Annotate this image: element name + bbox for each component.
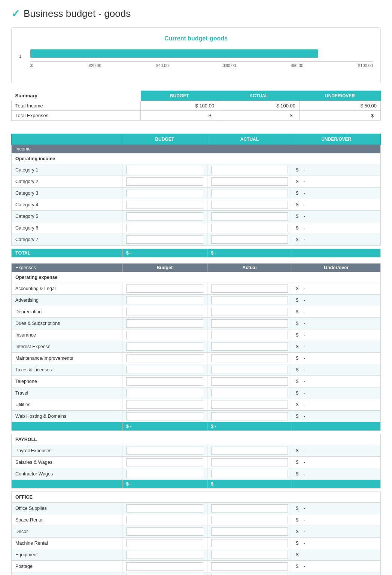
expense-budget-input[interactable] bbox=[126, 319, 203, 328]
expense-actual-input[interactable] bbox=[211, 412, 288, 420]
expense-budget-input[interactable] bbox=[126, 458, 203, 466]
expense-budget-input[interactable] bbox=[126, 470, 203, 478]
expense-budget-input[interactable] bbox=[126, 504, 203, 512]
expenses-col-budget: Budget bbox=[122, 264, 207, 272]
expense-budget-input[interactable] bbox=[126, 539, 203, 547]
expense-underover-cell: $ - bbox=[292, 445, 381, 457]
expense-group-header: Operating expense bbox=[12, 272, 381, 283]
expense-budget-input[interactable] bbox=[126, 285, 203, 293]
expense-item-row: Other $ - bbox=[12, 572, 381, 575]
expense-budget-input[interactable] bbox=[126, 296, 203, 304]
expense-item-label: Equipment bbox=[12, 549, 122, 561]
expense-item-label: Salaries & Wages bbox=[12, 457, 122, 468]
expense-budget-input[interactable] bbox=[126, 551, 203, 559]
expense-item-row: Depreciation $ - bbox=[12, 306, 381, 318]
income-budget-input[interactable] bbox=[126, 189, 203, 197]
expense-budget-input[interactable] bbox=[126, 331, 203, 339]
income-budget-input[interactable] bbox=[126, 224, 203, 232]
income-budget-input[interactable] bbox=[126, 212, 203, 220]
expense-actual-input[interactable] bbox=[211, 447, 288, 455]
expense-budget-input[interactable] bbox=[126, 447, 203, 455]
expense-item-row: Office Supplies $ - bbox=[12, 503, 381, 514]
expense-underover-cell: $ - bbox=[292, 468, 381, 480]
expense-budget-input[interactable] bbox=[126, 354, 203, 362]
expense-underover-cell: $ - bbox=[292, 283, 381, 295]
expense-item-label: Insurance bbox=[12, 329, 122, 341]
expense-actual-input[interactable] bbox=[211, 516, 288, 524]
income-actual-input[interactable] bbox=[211, 224, 288, 232]
expense-budget-input[interactable] bbox=[126, 412, 203, 420]
income-category-label: Category 3 bbox=[12, 188, 122, 199]
expense-group-total-actual: $ - bbox=[207, 480, 292, 489]
income-budget-input-cell[interactable] bbox=[122, 164, 207, 176]
expense-actual-input[interactable] bbox=[211, 527, 288, 536]
expense-underover-cell: $ - bbox=[292, 538, 381, 549]
expense-budget-input[interactable] bbox=[126, 562, 203, 571]
expense-item-label: Dues & Subscriptions bbox=[12, 318, 122, 329]
expense-actual-input[interactable] bbox=[211, 296, 288, 304]
expense-actual-input[interactable] bbox=[211, 389, 288, 397]
expense-actual-input[interactable] bbox=[211, 366, 288, 374]
expense-budget-input[interactable] bbox=[126, 343, 203, 351]
expense-actual-input[interactable] bbox=[211, 401, 288, 409]
income-actual-input[interactable] bbox=[211, 166, 288, 174]
expense-actual-input[interactable] bbox=[211, 504, 288, 512]
expense-budget-input[interactable] bbox=[126, 401, 203, 409]
income-subheader-label: Operating income bbox=[12, 153, 381, 164]
expense-group-total-row: $ - $ - bbox=[12, 422, 381, 431]
expense-actual-input[interactable] bbox=[211, 331, 288, 339]
expense-budget-input[interactable] bbox=[126, 516, 203, 524]
expense-actual-input[interactable] bbox=[211, 285, 288, 293]
expense-actual-input[interactable] bbox=[211, 470, 288, 478]
summary-income-underover: $ 50.00 bbox=[300, 101, 381, 111]
expense-underover-cell: $ - bbox=[292, 411, 381, 422]
expense-actual-input[interactable] bbox=[211, 354, 288, 362]
income-actual-input[interactable] bbox=[211, 235, 288, 244]
expense-underover-cell: $ - bbox=[292, 399, 381, 411]
expense-actual-input[interactable] bbox=[211, 539, 288, 547]
income-budget-input[interactable] bbox=[126, 201, 203, 209]
expense-total-empty bbox=[12, 480, 122, 489]
expense-group-header: PAYROLL bbox=[12, 434, 381, 445]
income-actual-input[interactable] bbox=[211, 201, 288, 209]
summary-row-expenses: Total Expenses $ - $ - $ - bbox=[12, 111, 381, 121]
expense-item-row: Postage $ - bbox=[12, 561, 381, 572]
expense-underover-cell: $ - bbox=[292, 329, 381, 341]
income-budget-input[interactable] bbox=[126, 177, 203, 186]
expense-item-label: Advertising bbox=[12, 295, 122, 306]
expense-item-label: Interest Expense bbox=[12, 341, 122, 353]
expense-item-label: Accounting & Legal bbox=[12, 283, 122, 295]
expense-item-row: Maintenance/Improvements $ - bbox=[12, 353, 381, 364]
expense-item-row: Space Rental $ - bbox=[12, 514, 381, 526]
income-category-row: Category 3 $ - bbox=[12, 188, 381, 199]
income-actual-input-cell[interactable] bbox=[207, 164, 292, 176]
expense-budget-input[interactable] bbox=[126, 377, 203, 386]
expense-group-total-budget: $ - bbox=[122, 480, 207, 489]
expense-actual-input[interactable] bbox=[211, 377, 288, 386]
chart-container: Current budget-goods 1 $- $20.00 $40.00 … bbox=[11, 27, 381, 83]
expense-underover-cell: $ - bbox=[292, 514, 381, 526]
expense-actual-input[interactable] bbox=[211, 343, 288, 351]
income-actual-input[interactable] bbox=[211, 189, 288, 197]
expense-budget-input[interactable] bbox=[126, 389, 203, 397]
income-budget-input[interactable] bbox=[126, 235, 203, 244]
expense-actual-input[interactable] bbox=[211, 319, 288, 328]
expense-budget-input[interactable] bbox=[126, 366, 203, 374]
expense-actual-input[interactable] bbox=[211, 551, 288, 559]
income-category-row: Category 6 $ - bbox=[12, 222, 381, 234]
income-col-budget: BUDGET bbox=[122, 134, 207, 145]
summary-income-label: Total Income bbox=[12, 101, 141, 111]
expense-actual-input[interactable] bbox=[211, 458, 288, 466]
chart-area: 1 $- $20.00 $40.00 $60.00 $80.00 $100.00 bbox=[19, 48, 373, 75]
income-actual-input[interactable] bbox=[211, 212, 288, 220]
income-budget-input[interactable] bbox=[126, 166, 203, 174]
expense-actual-input[interactable] bbox=[211, 562, 288, 571]
income-col-underover: UNDER/OVER bbox=[292, 134, 381, 145]
expense-budget-input[interactable] bbox=[126, 527, 203, 536]
income-total-underover bbox=[292, 249, 381, 258]
income-section-header: Income bbox=[12, 145, 381, 153]
expense-budget-input[interactable] bbox=[126, 308, 203, 316]
summary-row-income: Total Income $ 100.00 $ 100.00 $ 50.00 bbox=[12, 101, 381, 111]
expense-actual-input[interactable] bbox=[211, 308, 288, 316]
income-actual-input[interactable] bbox=[211, 177, 288, 186]
